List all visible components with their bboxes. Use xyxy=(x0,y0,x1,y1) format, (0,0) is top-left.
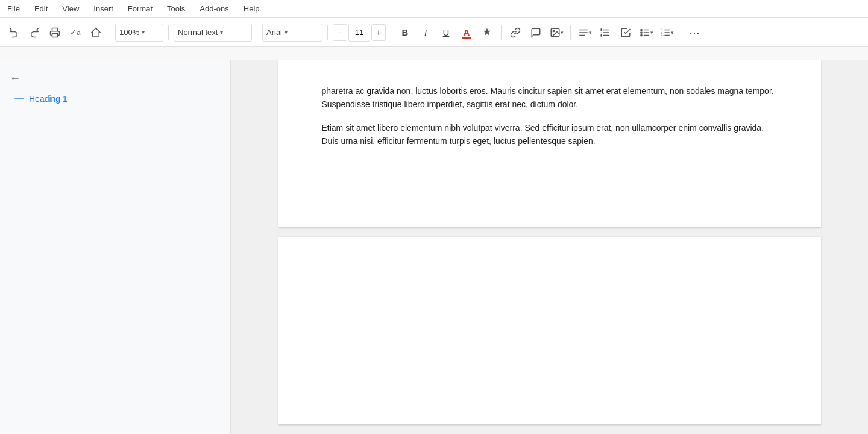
undo-button[interactable] xyxy=(5,24,23,42)
align-chevron-icon: ▾ xyxy=(589,30,592,36)
print-button[interactable] xyxy=(46,24,64,42)
image-button[interactable]: ▾ xyxy=(547,24,565,42)
divider-5 xyxy=(391,25,391,40)
ruler: 1 2 3 4 5 6 7 xyxy=(0,47,868,60)
numbered-list-button[interactable]: 1.2.3. ▾ xyxy=(658,24,676,42)
zoom-chevron-icon: ▾ xyxy=(142,29,145,36)
divider-8 xyxy=(681,25,681,40)
menu-insert[interactable]: Insert xyxy=(91,3,116,14)
document-area[interactable]: pharetra ac gravida non, luctus lobortis… xyxy=(231,60,868,434)
zoom-value: 100% xyxy=(119,28,139,37)
menu-help[interactable]: Help xyxy=(241,3,262,14)
font-size-increase-button[interactable]: + xyxy=(371,24,386,41)
menu-bar: File Edit View Insert Format Tools Add-o… xyxy=(0,0,868,18)
redo-button[interactable] xyxy=(25,24,43,42)
italic-button[interactable]: I xyxy=(417,24,435,42)
svg-point-2 xyxy=(553,30,554,31)
divider-7 xyxy=(570,25,571,40)
menu-addons[interactable]: Add-ons xyxy=(197,3,231,14)
menu-view[interactable]: View xyxy=(60,3,81,14)
menu-edit[interactable]: Edit xyxy=(32,3,50,14)
style-chevron-icon: ▾ xyxy=(220,29,223,36)
page-2[interactable] xyxy=(278,237,821,424)
back-arrow-icon: ← xyxy=(10,72,20,85)
svg-point-13 xyxy=(640,29,641,30)
bullet-list-button[interactable]: ▾ xyxy=(637,24,655,42)
font-select[interactable]: Arial ▾ xyxy=(262,24,322,42)
page-1-text-2: Etiam sit amet libero elementum nibh vol… xyxy=(322,121,778,148)
align-button[interactable]: ▾ xyxy=(576,24,594,42)
divider-4 xyxy=(327,25,328,40)
more-options-button[interactable]: ⋯ xyxy=(686,24,704,42)
outline-back-button[interactable]: ← xyxy=(0,68,230,90)
bold-button[interactable]: B xyxy=(396,24,414,42)
comment-button[interactable] xyxy=(527,24,545,42)
toolbar: ✓a 100% ▾ Normal text ▾ Arial ▾ − + B I … xyxy=(0,18,868,47)
bullet-chevron-icon: ▾ xyxy=(650,30,653,36)
highlight-button[interactable] xyxy=(478,24,496,42)
page-1: pharetra ac gravida non, luctus lobortis… xyxy=(278,60,821,227)
zoom-select[interactable]: 100% ▾ xyxy=(115,24,163,42)
outline-dash-icon: — xyxy=(14,93,24,104)
divider-2 xyxy=(168,25,169,40)
spellcheck-button[interactable]: ✓a xyxy=(66,24,84,42)
menu-tools[interactable]: Tools xyxy=(165,3,187,14)
divider-6 xyxy=(501,25,502,40)
divider-1 xyxy=(110,25,110,40)
left-panel: ← — Heading 1 xyxy=(0,60,231,434)
page-2-content[interactable] xyxy=(278,237,821,298)
page-1-text-1: pharetra ac gravida non, luctus lobortis… xyxy=(322,84,778,112)
font-size-area: − + xyxy=(333,24,386,42)
page-1-content: pharetra ac gravida non, luctus lobortis… xyxy=(278,60,821,172)
outline-heading1-label: Heading 1 xyxy=(29,94,68,104)
text-cursor xyxy=(322,263,322,272)
divider-3 xyxy=(257,25,257,40)
checklist-button[interactable] xyxy=(617,24,635,42)
svg-rect-0 xyxy=(52,33,58,37)
svg-text:3.: 3. xyxy=(661,33,663,36)
underline-button[interactable]: U xyxy=(437,24,455,42)
svg-point-14 xyxy=(640,31,641,33)
line-spacing-button[interactable] xyxy=(596,24,614,42)
image-chevron-icon: ▾ xyxy=(561,30,564,36)
text-color-button[interactable]: A xyxy=(458,24,476,42)
numbered-chevron-icon: ▾ xyxy=(671,30,674,36)
font-chevron-icon: ▾ xyxy=(285,29,288,36)
menu-file[interactable]: File xyxy=(5,3,22,14)
menu-format[interactable]: Format xyxy=(125,3,155,14)
font-size-decrease-button[interactable]: − xyxy=(333,24,347,41)
paint-format-button[interactable] xyxy=(87,24,105,42)
style-value: Normal text xyxy=(178,28,218,37)
outline-heading1-item[interactable]: — Heading 1 xyxy=(0,90,230,108)
link-button[interactable] xyxy=(506,24,524,42)
text-style-select[interactable]: Normal text ▾ xyxy=(174,24,252,42)
svg-point-15 xyxy=(640,34,641,36)
main-area: ← — Heading 1 pharetra ac gravida non, l… xyxy=(0,60,868,434)
font-value: Arial xyxy=(266,28,282,37)
font-size-input[interactable] xyxy=(348,24,370,42)
